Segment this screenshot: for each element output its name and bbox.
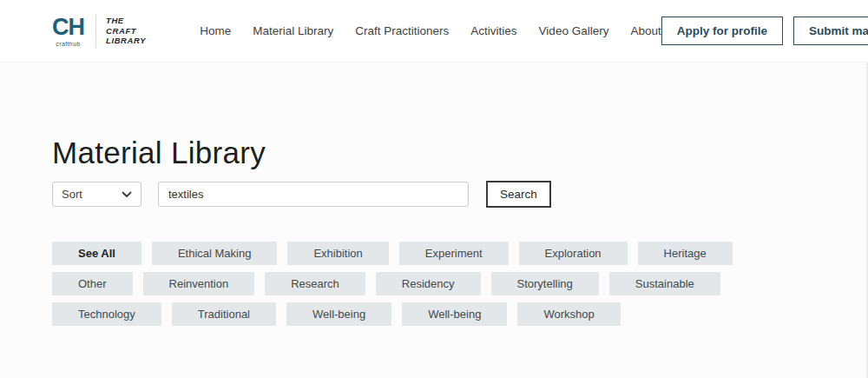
filter-tag-exhibition[interactable]: Exhibition (287, 242, 388, 265)
nav-link-craft-practitioners[interactable]: Craft Practitioners (355, 24, 449, 37)
filter-tag-technology[interactable]: Technology (52, 302, 161, 326)
filter-tag-grid: See AllEthical MakingExhibitionExperimen… (52, 242, 746, 326)
filter-tag-residency[interactable]: Residency (376, 272, 481, 295)
filter-tag-research[interactable]: Research (265, 272, 365, 295)
filter-tag-see-all[interactable]: See All (52, 242, 141, 265)
sort-select-value: Sort (62, 188, 82, 201)
nav-link-about[interactable]: About (630, 24, 661, 37)
brand-tagline: TheCraftLibrary (106, 16, 146, 45)
filter-tag-exploration[interactable]: Exploration (519, 242, 628, 265)
submit-material-button[interactable]: Submit material (793, 17, 868, 45)
logo-mark: CH (52, 16, 84, 39)
brand-logo[interactable]: CH crafthub TheCraftLibrary (52, 14, 146, 49)
site-header: CH crafthub TheCraftLibrary HomeMaterial… (0, 0, 868, 63)
nav-link-home[interactable]: Home (200, 24, 231, 37)
search-button[interactable]: Search (486, 181, 551, 208)
nav-link-material-library[interactable]: Material Library (253, 24, 333, 37)
filter-tag-experiment[interactable]: Experiment (399, 242, 509, 265)
search-input[interactable] (158, 182, 469, 207)
filter-tag-workshop[interactable]: Workshop (517, 302, 620, 326)
main-nav: HomeMaterial LibraryCraft PractitionersA… (200, 24, 661, 37)
page-title: Material Library (52, 137, 816, 168)
filter-tag-traditional[interactable]: Traditional (172, 302, 276, 326)
filter-tag-other[interactable]: Other (52, 272, 133, 295)
header-actions: Apply for profileSubmit material (661, 17, 868, 45)
nav-link-video-gallery[interactable]: Video Gallery (539, 24, 609, 37)
filter-tag-heritage[interactable]: Heritage (638, 242, 733, 265)
chevron-down-icon (122, 191, 132, 198)
filter-tag-well-being[interactable]: Well-being (286, 302, 391, 326)
nav-link-activities[interactable]: Activities (470, 24, 516, 37)
brand-divider (95, 14, 96, 49)
filter-tag-ethical-making[interactable]: Ethical Making (152, 242, 278, 265)
logo-subtext: crafthub (56, 41, 81, 47)
filter-tag-reinvention[interactable]: Reinvention (143, 272, 255, 295)
search-row: Sort Search (52, 181, 816, 208)
filter-tag-well-being[interactable]: Well-being (402, 302, 507, 326)
sort-select[interactable]: Sort (52, 182, 141, 207)
filter-tag-sustainable[interactable]: Sustainable (609, 272, 720, 295)
crafthub-logo: CH crafthub (52, 16, 84, 47)
page-main: Material Library Sort Search See AllEthi… (0, 63, 868, 378)
apply-for-profile-button[interactable]: Apply for profile (661, 17, 783, 45)
filter-tag-storytelling[interactable]: Storytelling (491, 272, 599, 295)
